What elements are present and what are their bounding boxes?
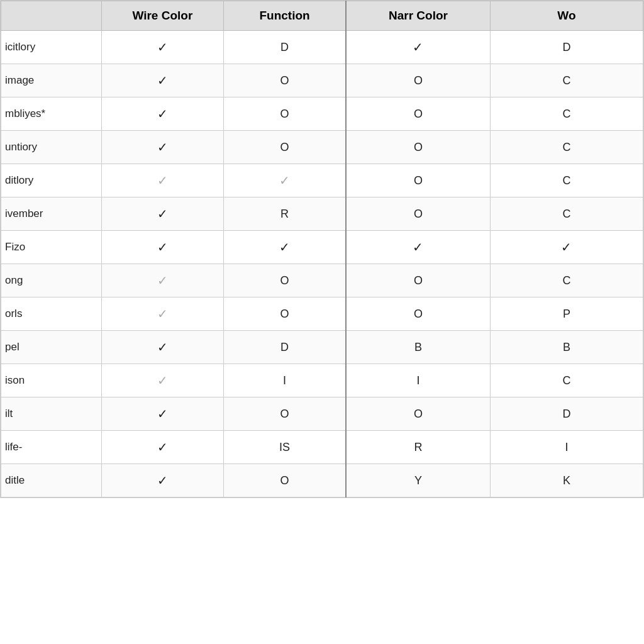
checkmark-dark-icon: ✓ [157, 140, 168, 154]
cell-wo: C [490, 64, 643, 97]
cell-function: R [224, 197, 347, 231]
checkmark-dark-icon: ✓ [561, 240, 572, 254]
cell-function: D [224, 331, 347, 364]
table-row: ilt✓OOD [1, 397, 643, 431]
cell-narr-color: O [346, 164, 490, 197]
cell-name: orls [1, 297, 102, 331]
cell-narr-color: ✓ [346, 231, 490, 264]
cell-name: pel [1, 331, 102, 364]
cell-wo: C [490, 197, 643, 231]
cell-wire-color: ✓ [101, 364, 223, 397]
cell-function: I [224, 364, 347, 397]
cell-wo: D [490, 397, 643, 431]
table-row: life-✓ISRI [1, 431, 643, 464]
cell-wo: C [490, 131, 643, 164]
checkmark-dark-icon: ✓ [157, 74, 168, 87]
cell-function: O [224, 264, 347, 297]
checkmark-dark-icon: ✓ [157, 107, 168, 121]
cell-name: icitlory [1, 31, 102, 64]
cell-name: ditle [1, 464, 102, 497]
cell-wire-color: ✓ [101, 231, 223, 264]
checkmark-dark-icon: ✓ [157, 440, 168, 454]
cell-name: ison [1, 364, 102, 397]
cell-wo: C [490, 97, 643, 131]
checkmark-light-icon: ✓ [157, 374, 168, 387]
cell-narr-color: I [346, 364, 490, 397]
cell-wo: C [490, 364, 643, 397]
cell-narr-color: R [346, 431, 490, 464]
cell-wire-color: ✓ [101, 97, 223, 131]
cell-function: D [224, 31, 347, 64]
col-header-wire-color: Wire Color [101, 1, 223, 31]
table-row: image✓OOC [1, 64, 643, 97]
cell-function: IS [224, 431, 347, 464]
table-row: ditle✓OYK [1, 464, 643, 497]
col-header-narr-color: Narr Color [346, 1, 490, 31]
cell-wo: ✓ [490, 231, 643, 264]
cell-name: ong [1, 264, 102, 297]
cell-function: O [224, 131, 347, 164]
cell-function: O [224, 297, 347, 331]
checkmark-light-icon: ✓ [157, 274, 168, 287]
cell-narr-color: O [346, 197, 490, 231]
cell-wire-color: ✓ [101, 331, 223, 364]
cell-wire-color: ✓ [101, 397, 223, 431]
cell-wire-color: ✓ [101, 131, 223, 164]
cell-wire-color: ✓ [101, 31, 223, 64]
table-row: ong✓OOC [1, 264, 643, 297]
cell-name: Fizo [1, 231, 102, 264]
checkmark-dark-icon: ✓ [279, 240, 290, 254]
cell-name: life- [1, 431, 102, 464]
table-row: orls✓OOP [1, 297, 643, 331]
checkmark-light-icon: ✓ [157, 307, 168, 321]
cell-wo: K [490, 464, 643, 497]
cell-function: ✓ [224, 164, 347, 197]
cell-function: O [224, 97, 347, 131]
main-table-container: Wire Color Function Narr Color Wo icitlo… [0, 0, 644, 498]
table-row: icitlory✓D✓D [1, 31, 643, 64]
table-row: pel✓DBB [1, 331, 643, 364]
cell-wo: I [490, 431, 643, 464]
cell-wire-color: ✓ [101, 197, 223, 231]
table-row: ditlory✓✓OC [1, 164, 643, 197]
table-row: ison✓IIC [1, 364, 643, 397]
col-header-wo: Wo [490, 1, 643, 31]
checkmark-dark-icon: ✓ [157, 407, 168, 421]
cell-narr-color: O [346, 97, 490, 131]
cell-narr-color: ✓ [346, 31, 490, 64]
cell-wo: C [490, 264, 643, 297]
cell-wo: P [490, 297, 643, 331]
cell-name: ilt [1, 397, 102, 431]
cell-narr-color: O [346, 297, 490, 331]
cell-narr-color: Y [346, 464, 490, 497]
cell-name: image [1, 64, 102, 97]
cell-narr-color: B [346, 331, 490, 364]
col-header-name [1, 1, 102, 31]
cell-wire-color: ✓ [101, 264, 223, 297]
table-row: Fizo✓✓✓✓ [1, 231, 643, 264]
cell-wo: C [490, 164, 643, 197]
checkmark-dark-icon: ✓ [157, 474, 168, 487]
cell-function: O [224, 464, 347, 497]
checkmark-dark-icon: ✓ [157, 240, 168, 254]
cell-narr-color: O [346, 131, 490, 164]
checkmark-dark-icon: ✓ [157, 207, 168, 221]
checkmark-light-icon: ✓ [279, 174, 290, 187]
cell-wire-color: ✓ [101, 431, 223, 464]
checkmark-dark-icon: ✓ [157, 40, 168, 54]
cell-wire-color: ✓ [101, 164, 223, 197]
cell-wire-color: ✓ [101, 64, 223, 97]
cell-wo: D [490, 31, 643, 64]
cell-function: O [224, 64, 347, 97]
cell-wo: B [490, 331, 643, 364]
checkmark-light-icon: ✓ [157, 174, 168, 187]
cell-narr-color: O [346, 397, 490, 431]
cell-name: mbliyes* [1, 97, 102, 131]
cell-narr-color: O [346, 264, 490, 297]
cell-wire-color: ✓ [101, 464, 223, 497]
table-row: ivember✓ROC [1, 197, 643, 231]
table-row: untiory✓OOC [1, 131, 643, 164]
cell-narr-color: O [346, 64, 490, 97]
col-header-function: Function [224, 1, 347, 31]
checkmark-dark-icon: ✓ [413, 40, 423, 54]
